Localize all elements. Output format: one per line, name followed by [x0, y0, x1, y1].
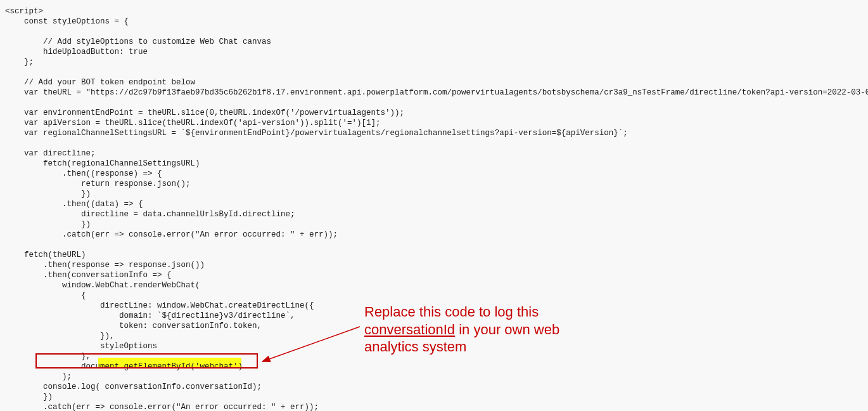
code-line: .catch(err => console.error("An error oc… [5, 230, 338, 239]
code-line: var environmentEndPoint = theURL.slice(0… [5, 108, 404, 117]
code-line: var regionalChannelSettingsURL = `${envi… [5, 129, 628, 138]
code-line: token: conversationInfo.token, [5, 322, 262, 330]
code-line: }), [5, 332, 115, 341]
code-line: var directline; [5, 149, 96, 158]
code-line: { [5, 291, 86, 300]
code-line: }; [5, 58, 34, 67]
callout-text: Replace this code to log this conversati… [364, 303, 592, 356]
code-line: const styleOptions = { [5, 17, 129, 26]
code-line: .then((response) => { [5, 169, 162, 178]
code-line: .then(conversationInfo => { [5, 271, 172, 280]
code-line: }, [5, 352, 91, 361]
code-line: domain: `${directline}v3/directline`, [5, 311, 295, 320]
code-line: .then(response => response.json()) [5, 261, 205, 270]
code-line: // Add your BOT token endpoint below [5, 78, 195, 87]
code-line: // Add styleOptions to customize Web Cha… [5, 37, 271, 46]
code-line: <script> [5, 7, 43, 16]
code-line: window.WebChat.renderWebChat( [5, 281, 200, 290]
code-line: hideUploadButton: true [5, 48, 148, 56]
code-line: }) [5, 190, 91, 199]
callout-text-underlined: conversationId [364, 322, 455, 337]
code-line: return response.json(); [5, 179, 191, 188]
code-line: }) [5, 393, 53, 401]
code-line: fetch(regionalChannelSettingsURL) [5, 159, 200, 168]
code-line: var apiVersion = theURL.slice(theURL.ind… [5, 119, 381, 127]
code-line: .then((data) => { [5, 200, 143, 209]
code-line: var theURL = "https://d2c97b9f13faeb97bd… [5, 88, 868, 97]
code-line: console.log( conversationInfo.conversati… [5, 382, 262, 391]
code-line: directLine: window.WebChat.createDirectL… [5, 301, 314, 310]
code-line: fetch(theURL) [5, 251, 86, 259]
code-line: styleOptions [5, 342, 157, 351]
code-line: ); [5, 372, 72, 381]
code-line: .catch(err => console.error("An error oc… [5, 403, 319, 411]
code-line: }) [5, 220, 91, 229]
callout-text-part: Replace this code to log this [364, 304, 539, 320]
callout-arrow-icon [0, 0, 1, 1]
code-line: document.getElementById('webchat') [5, 362, 243, 371]
code-line: directline = data.channelUrlsById.direct… [5, 210, 295, 219]
